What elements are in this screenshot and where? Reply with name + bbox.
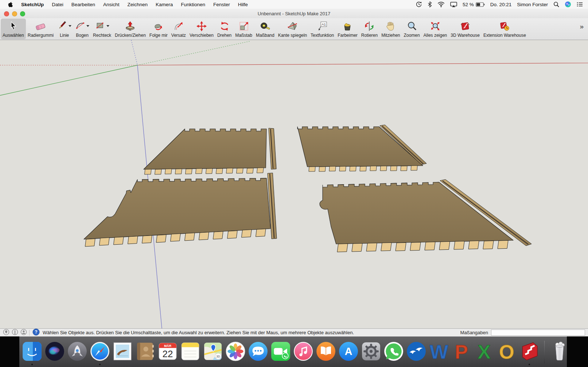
tool-followme[interactable]: Folge mir bbox=[148, 19, 170, 39]
geolocation-icon[interactable] bbox=[3, 329, 9, 336]
dock-launchpad-icon[interactable] bbox=[67, 341, 88, 362]
wood-panel-bottom-right[interactable] bbox=[320, 179, 531, 252]
dock-openoffice-icon[interactable] bbox=[406, 341, 427, 362]
dock-sketchup-icon[interactable] bbox=[519, 341, 540, 362]
siri-menubar-icon[interactable] bbox=[565, 1, 571, 8]
tool-extension-warehouse[interactable]: Extension Warehouse bbox=[482, 19, 528, 39]
tool-eraser[interactable]: Radiergummi bbox=[26, 19, 55, 39]
menu-datei[interactable]: Datei bbox=[48, 2, 67, 7]
tool-offset[interactable]: Versatz bbox=[170, 19, 188, 39]
dock-contacts-icon[interactable] bbox=[135, 341, 156, 362]
tool-pan[interactable]: Mitziehen bbox=[379, 19, 402, 39]
svg-text:W: W bbox=[430, 341, 448, 362]
wood-panel-top-right[interactable] bbox=[297, 125, 427, 171]
dock-mail-icon[interactable] bbox=[112, 341, 133, 362]
svg-text:3D: 3D bbox=[216, 355, 220, 358]
window-title: Unbenannt - SketchUp Make 2017 bbox=[258, 11, 330, 16]
tool-text[interactable]: A1 Textfunktion bbox=[309, 19, 336, 39]
running-indicator bbox=[31, 364, 33, 365]
dock-calendar-icon[interactable]: MÄR22 bbox=[157, 341, 178, 362]
account-icon[interactable] bbox=[20, 329, 27, 336]
dock-system-preferences-icon[interactable] bbox=[361, 341, 382, 362]
statusbar-help-text: Wählen Sie Objekte aus. Drücken Sie die … bbox=[43, 330, 354, 335]
dock-itunes-icon[interactable] bbox=[293, 341, 314, 362]
dock-whatsapp-icon[interactable] bbox=[383, 341, 404, 362]
statusbar: ? Wählen Sie Objekte aus. Drücken Sie di… bbox=[0, 328, 588, 336]
wood-panel-bottom-left[interactable] bbox=[84, 173, 277, 246]
dock-messages-icon[interactable] bbox=[248, 341, 269, 362]
tool-rotate[interactable]: Drehen bbox=[215, 19, 233, 39]
rectangle-dropdown-caret-icon[interactable] bbox=[106, 25, 109, 27]
instructor-icon[interactable] bbox=[12, 329, 18, 336]
arc-dropdown-caret-icon[interactable] bbox=[86, 25, 89, 27]
dock-powerpoint-icon[interactable]: P bbox=[451, 341, 472, 362]
tool-scale[interactable]: Maßstab bbox=[233, 19, 254, 39]
dock-safari-icon[interactable] bbox=[89, 341, 110, 362]
wifi-icon[interactable] bbox=[437, 1, 445, 7]
menu-kamera[interactable]: Kamera bbox=[152, 2, 177, 7]
tool-tape-measure[interactable]: Maßband bbox=[254, 19, 276, 39]
dock-word-icon[interactable]: W bbox=[428, 341, 449, 362]
line-dropdown-caret-icon[interactable] bbox=[69, 25, 71, 27]
dock-facetime-icon[interactable] bbox=[270, 341, 291, 362]
dock-trash-icon[interactable] bbox=[549, 341, 570, 362]
dock-notes-icon[interactable] bbox=[180, 341, 201, 362]
tool-paint-bucket[interactable]: Farbeimer bbox=[336, 19, 359, 39]
dock-excel-icon[interactable]: X bbox=[474, 341, 495, 362]
menu-zeichnen[interactable]: Zeichnen bbox=[123, 2, 152, 7]
tool-rectangle[interactable]: Rechteck bbox=[91, 19, 113, 39]
dock-outlook-icon[interactable]: O bbox=[496, 341, 517, 362]
dock-siri-icon[interactable] bbox=[44, 341, 65, 362]
viewport-canvas[interactable] bbox=[0, 40, 588, 328]
macos-menubar: SketchUp Datei Bearbeiten Ansicht Zeichn… bbox=[0, 0, 588, 9]
battery-icon[interactable] bbox=[476, 2, 485, 7]
tool-zoom-extents[interactable]: Alles zeigen bbox=[422, 19, 449, 39]
tool-line[interactable]: Linie bbox=[55, 19, 73, 39]
dock-finder-icon[interactable] bbox=[22, 341, 43, 362]
zoom-window-button[interactable] bbox=[20, 11, 25, 16]
zoom-icon bbox=[406, 20, 417, 32]
dock-appstore-icon[interactable]: A bbox=[338, 341, 359, 362]
menu-funktionen[interactable]: Funktionen bbox=[177, 2, 209, 7]
svg-text:X: X bbox=[478, 341, 491, 362]
menu-hilfe[interactable]: Hilfe bbox=[234, 2, 252, 7]
tool-zoom[interactable]: Zoomen bbox=[402, 19, 422, 39]
notification-center-icon[interactable] bbox=[577, 1, 583, 7]
menu-ansicht[interactable]: Ansicht bbox=[99, 2, 123, 7]
svg-text:22: 22 bbox=[163, 348, 173, 359]
tool-3d-warehouse[interactable]: 3D Warehouse bbox=[449, 19, 482, 39]
move-icon bbox=[196, 20, 207, 32]
toolbar-overflow-chevron[interactable]: » bbox=[580, 23, 587, 31]
apple-menu-icon[interactable] bbox=[5, 1, 17, 8]
tool-flip-edge[interactable]: Kante spiegeln bbox=[276, 19, 309, 39]
svg-text:P: P bbox=[455, 341, 468, 362]
menubar-clock[interactable]: Do. 20:21 bbox=[490, 2, 512, 7]
pan-hand-icon bbox=[385, 20, 396, 32]
menu-fenster[interactable]: Fenster bbox=[209, 2, 234, 7]
tool-arc[interactable]: Bogen bbox=[73, 19, 91, 39]
dock-maps-icon[interactable]: 3D bbox=[202, 341, 223, 362]
tool-pushpull[interactable]: Drücken/Ziehen bbox=[113, 19, 148, 39]
help-icon[interactable]: ? bbox=[32, 328, 40, 337]
wood-panel-top-left[interactable] bbox=[144, 128, 276, 174]
menubar-app-name[interactable]: SketchUp bbox=[17, 2, 48, 7]
tool-select[interactable]: Auswählen bbox=[1, 19, 26, 39]
measurements-input[interactable] bbox=[491, 329, 585, 336]
tool-orbit[interactable]: Rotieren bbox=[359, 19, 379, 39]
bluetooth-icon[interactable] bbox=[428, 1, 432, 8]
macos-dock: MÄR22 3D A bbox=[0, 336, 588, 367]
3d-warehouse-icon bbox=[460, 20, 471, 32]
dock-ibooks-icon[interactable] bbox=[315, 341, 336, 362]
dock-separator bbox=[544, 341, 545, 363]
airplay-display-icon[interactable] bbox=[450, 1, 457, 8]
menu-bearbeiten[interactable]: Bearbeiten bbox=[67, 2, 99, 7]
minimize-window-button[interactable] bbox=[12, 11, 17, 16]
close-window-button[interactable] bbox=[4, 11, 9, 16]
running-indicator bbox=[99, 364, 101, 365]
spotlight-search-icon[interactable] bbox=[553, 1, 559, 7]
pencil-icon bbox=[57, 20, 67, 32]
tool-move[interactable]: Verschieben bbox=[188, 19, 215, 39]
dock-photos-icon[interactable] bbox=[225, 341, 246, 362]
menubar-user[interactable]: Simon Forster bbox=[517, 2, 548, 7]
time-machine-icon[interactable] bbox=[416, 1, 422, 8]
